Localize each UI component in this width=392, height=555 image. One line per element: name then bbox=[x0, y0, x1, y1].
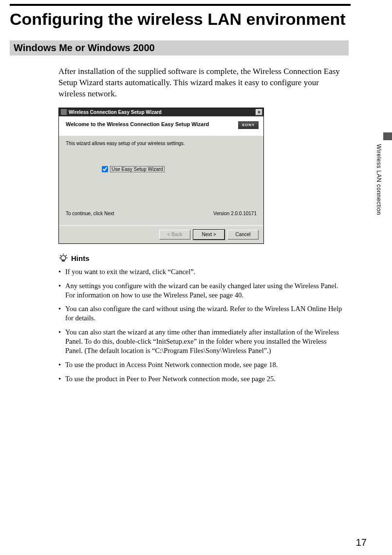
wizard-window: Wireless Connection Easy Setup Wizard × … bbox=[58, 108, 264, 244]
app-icon bbox=[61, 109, 67, 115]
page-title: Configuring the wireless LAN environment bbox=[10, 10, 351, 29]
close-button[interactable]: × bbox=[256, 109, 262, 115]
hint-icon bbox=[58, 253, 68, 264]
cancel-button[interactable]: Cancel bbox=[227, 230, 259, 240]
hints-heading: Hints bbox=[71, 254, 90, 262]
hint-item: To use the product in Peer to Peer Netwo… bbox=[58, 374, 346, 384]
wizard-banner: Welcome to the Wireless Connection Easy … bbox=[59, 116, 263, 136]
wizard-headline: Welcome to the Wireless Connection Easy … bbox=[66, 121, 238, 127]
hint-item: Any settings you configure with the wiza… bbox=[58, 281, 346, 300]
back-button: < Back bbox=[159, 230, 190, 240]
wizard-body: This wizard allows easy setup of your wi… bbox=[59, 136, 263, 225]
hint-item: You can also start the wizard at any tim… bbox=[58, 328, 346, 355]
wizard-continue-text: To continue, click Next bbox=[66, 211, 114, 216]
wizard-version-text: Version 2.0.0.10171 bbox=[213, 211, 257, 216]
wizard-button-row: < Back Next > Cancel bbox=[59, 225, 263, 243]
page-number: 17 bbox=[356, 537, 367, 548]
intro-paragraph: After installation of the supplied softw… bbox=[58, 66, 346, 100]
wizard-description: This wizard allows easy setup of your wi… bbox=[66, 141, 257, 146]
hint-item: You can also configure the card without … bbox=[58, 304, 346, 323]
wizard-window-title: Wireless Connection Easy Setup Wizard bbox=[69, 110, 162, 115]
wizard-titlebar: Wireless Connection Easy Setup Wizard × bbox=[59, 108, 263, 116]
next-button[interactable]: Next > bbox=[193, 230, 224, 240]
section-heading: Windows Me or Windows 2000 bbox=[10, 40, 349, 56]
use-easy-setup-checkbox[interactable] bbox=[102, 166, 108, 172]
side-section-label: Wireless LAN connection bbox=[375, 144, 382, 215]
hint-item: To use the product in Access Point Netwo… bbox=[58, 360, 346, 370]
brand-badge: SONY bbox=[238, 121, 259, 129]
svg-line-2 bbox=[60, 255, 61, 256]
hints-list: If you want to exit the wizard, click “C… bbox=[58, 267, 346, 383]
use-easy-setup-label[interactable]: Use Easy Setup Wizard bbox=[110, 166, 165, 172]
thumb-tab bbox=[383, 132, 392, 140]
svg-line-3 bbox=[66, 255, 67, 256]
svg-point-0 bbox=[61, 256, 66, 260]
hint-item: If you want to exit the wizard, click “C… bbox=[58, 267, 346, 277]
